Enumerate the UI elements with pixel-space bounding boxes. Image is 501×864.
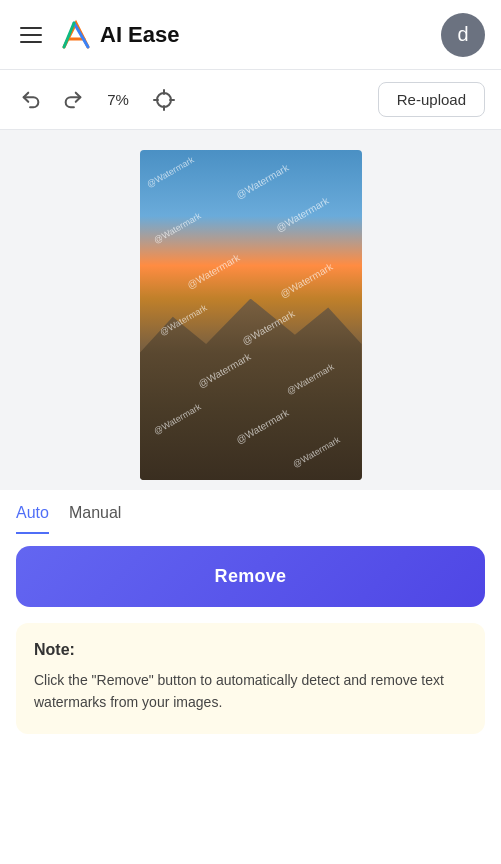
- logo-area: AI Ease: [60, 19, 180, 51]
- avatar[interactable]: d: [441, 13, 485, 57]
- note-body: Click the "Remove" button to automatical…: [34, 669, 467, 714]
- toolbar: 7% Re-upload: [0, 70, 501, 130]
- undo-icon: [20, 89, 42, 111]
- redo-button[interactable]: [58, 85, 88, 115]
- tab-auto[interactable]: Auto: [16, 504, 49, 534]
- undo-button[interactable]: [16, 85, 46, 115]
- header-left: AI Ease: [16, 19, 180, 51]
- image-wrapper: @Watermark @Watermark @Watermark @Waterm…: [140, 150, 362, 480]
- note-box: Note: Click the "Remove" button to autom…: [16, 623, 485, 734]
- logo-icon: [60, 19, 92, 51]
- redo-icon: [62, 89, 84, 111]
- hamburger-icon: [20, 27, 42, 43]
- app-title: AI Ease: [100, 22, 180, 48]
- photo-background: [140, 150, 362, 480]
- target-icon: [152, 88, 176, 112]
- svg-point-0: [157, 93, 171, 107]
- remove-section: Remove: [0, 534, 501, 619]
- tabs-bar: Auto Manual: [0, 490, 501, 534]
- center-button[interactable]: [148, 84, 180, 116]
- app-header: AI Ease d: [0, 0, 501, 70]
- tab-manual[interactable]: Manual: [69, 504, 121, 534]
- image-area: @Watermark @Watermark @Watermark @Waterm…: [0, 130, 501, 490]
- remove-button[interactable]: Remove: [16, 546, 485, 607]
- zoom-level: 7%: [100, 91, 136, 108]
- note-title: Note:: [34, 641, 467, 659]
- menu-button[interactable]: [16, 23, 46, 47]
- reupload-button[interactable]: Re-upload: [378, 82, 485, 117]
- toolbar-left: 7%: [16, 84, 366, 116]
